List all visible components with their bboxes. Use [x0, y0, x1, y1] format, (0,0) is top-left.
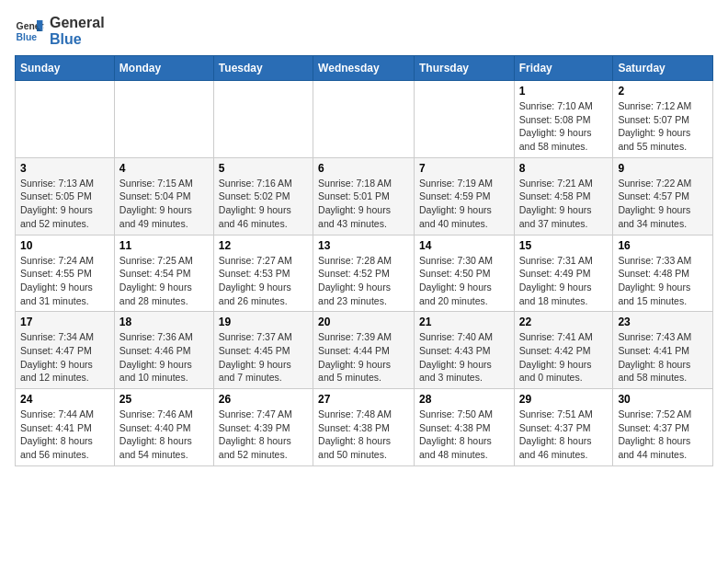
day-number: 5 [219, 162, 308, 175]
calendar-cell [313, 81, 415, 158]
day-number: 16 [618, 239, 708, 252]
day-number: 4 [119, 162, 209, 175]
calendar-cell [213, 81, 313, 158]
column-header-wednesday: Wednesday [313, 56, 415, 81]
calendar-cell: 16Sunrise: 7:33 AM Sunset: 4:48 PM Dayli… [613, 235, 713, 312]
calendar-cell: 14Sunrise: 7:30 AM Sunset: 4:50 PM Dayli… [414, 235, 514, 312]
day-number: 28 [419, 393, 509, 406]
logo-icon: General Blue [15, 17, 44, 46]
calendar-cell: 5Sunrise: 7:16 AM Sunset: 5:02 PM Daylig… [213, 157, 313, 235]
day-info: Sunrise: 7:47 AM Sunset: 4:39 PM Dayligh… [219, 408, 308, 462]
day-number: 8 [519, 162, 609, 175]
day-number: 19 [219, 316, 308, 328]
calendar-cell: 4Sunrise: 7:15 AM Sunset: 5:04 PM Daylig… [114, 157, 213, 235]
calendar-cell: 29Sunrise: 7:51 AM Sunset: 4:37 PM Dayli… [514, 389, 613, 466]
day-number: 12 [219, 239, 308, 252]
column-header-sunday: Sunday [16, 56, 115, 81]
calendar-body: 1Sunrise: 7:10 AM Sunset: 5:08 PM Daylig… [16, 81, 713, 466]
day-number: 30 [618, 393, 708, 406]
day-info: Sunrise: 7:15 AM Sunset: 5:04 PM Dayligh… [119, 177, 209, 231]
calendar-header-row: SundayMondayTuesdayWednesdayThursdayFrid… [16, 56, 713, 81]
calendar-table: SundayMondayTuesdayWednesdayThursdayFrid… [15, 55, 713, 466]
day-number: 24 [20, 393, 109, 406]
day-number: 13 [318, 239, 409, 252]
calendar-cell: 3Sunrise: 7:13 AM Sunset: 5:05 PM Daylig… [16, 157, 115, 235]
calendar-cell: 23Sunrise: 7:43 AM Sunset: 4:41 PM Dayli… [613, 312, 713, 389]
calendar-cell: 1Sunrise: 7:10 AM Sunset: 5:08 PM Daylig… [514, 81, 613, 158]
column-header-thursday: Thursday [414, 56, 514, 81]
logo-text-blue: Blue [50, 31, 105, 48]
day-info: Sunrise: 7:36 AM Sunset: 4:46 PM Dayligh… [119, 330, 209, 385]
svg-text:Blue: Blue [17, 32, 38, 42]
calendar-cell: 9Sunrise: 7:22 AM Sunset: 4:57 PM Daylig… [613, 157, 713, 235]
day-info: Sunrise: 7:46 AM Sunset: 4:40 PM Dayligh… [119, 408, 209, 462]
day-info: Sunrise: 7:51 AM Sunset: 4:37 PM Dayligh… [519, 408, 609, 462]
day-info: Sunrise: 7:18 AM Sunset: 5:01 PM Dayligh… [318, 177, 409, 231]
day-info: Sunrise: 7:52 AM Sunset: 4:37 PM Dayligh… [618, 408, 708, 462]
day-number: 23 [618, 316, 708, 328]
calendar-week-4: 17Sunrise: 7:34 AM Sunset: 4:47 PM Dayli… [16, 312, 713, 389]
day-info: Sunrise: 7:25 AM Sunset: 4:54 PM Dayligh… [119, 254, 209, 308]
day-number: 18 [119, 316, 209, 328]
day-info: Sunrise: 7:28 AM Sunset: 4:52 PM Dayligh… [318, 254, 409, 308]
day-number: 22 [519, 316, 609, 328]
logo-text-general: General [50, 15, 105, 31]
day-number: 21 [419, 316, 509, 328]
calendar-week-3: 10Sunrise: 7:24 AM Sunset: 4:55 PM Dayli… [16, 235, 713, 312]
calendar-cell: 12Sunrise: 7:27 AM Sunset: 4:53 PM Dayli… [213, 235, 313, 312]
day-number: 15 [519, 239, 609, 252]
day-info: Sunrise: 7:27 AM Sunset: 4:53 PM Dayligh… [219, 254, 308, 308]
calendar-cell: 22Sunrise: 7:41 AM Sunset: 4:42 PM Dayli… [514, 312, 613, 389]
day-info: Sunrise: 7:19 AM Sunset: 4:59 PM Dayligh… [419, 177, 509, 231]
calendar-cell: 20Sunrise: 7:39 AM Sunset: 4:44 PM Dayli… [313, 312, 415, 389]
calendar-week-1: 1Sunrise: 7:10 AM Sunset: 5:08 PM Daylig… [16, 81, 713, 158]
calendar-cell: 30Sunrise: 7:52 AM Sunset: 4:37 PM Dayli… [613, 389, 713, 466]
calendar-cell: 7Sunrise: 7:19 AM Sunset: 4:59 PM Daylig… [414, 157, 514, 235]
day-info: Sunrise: 7:40 AM Sunset: 4:43 PM Dayligh… [419, 330, 509, 385]
day-number: 29 [519, 393, 609, 406]
calendar-cell: 21Sunrise: 7:40 AM Sunset: 4:43 PM Dayli… [414, 312, 514, 389]
day-info: Sunrise: 7:39 AM Sunset: 4:44 PM Dayligh… [318, 330, 409, 385]
day-info: Sunrise: 7:12 AM Sunset: 5:07 PM Dayligh… [618, 99, 708, 154]
day-number: 2 [618, 85, 708, 98]
day-info: Sunrise: 7:13 AM Sunset: 5:05 PM Dayligh… [20, 177, 109, 231]
day-number: 6 [318, 162, 409, 175]
day-info: Sunrise: 7:16 AM Sunset: 5:02 PM Dayligh… [219, 177, 308, 231]
day-info: Sunrise: 7:31 AM Sunset: 4:49 PM Dayligh… [519, 254, 609, 308]
day-info: Sunrise: 7:43 AM Sunset: 4:41 PM Dayligh… [618, 330, 708, 385]
calendar-cell: 11Sunrise: 7:25 AM Sunset: 4:54 PM Dayli… [114, 235, 213, 312]
calendar-cell: 6Sunrise: 7:18 AM Sunset: 5:01 PM Daylig… [313, 157, 415, 235]
day-info: Sunrise: 7:33 AM Sunset: 4:48 PM Dayligh… [618, 254, 708, 308]
day-info: Sunrise: 7:22 AM Sunset: 4:57 PM Dayligh… [618, 177, 708, 231]
logo: General Blue General Blue [15, 15, 105, 48]
column-header-monday: Monday [114, 56, 213, 81]
day-info: Sunrise: 7:44 AM Sunset: 4:41 PM Dayligh… [20, 408, 109, 462]
day-number: 20 [318, 316, 409, 328]
calendar-cell: 19Sunrise: 7:37 AM Sunset: 4:45 PM Dayli… [213, 312, 313, 389]
calendar-cell: 8Sunrise: 7:21 AM Sunset: 4:58 PM Daylig… [514, 157, 613, 235]
calendar-cell: 2Sunrise: 7:12 AM Sunset: 5:07 PM Daylig… [613, 81, 713, 158]
calendar-cell: 17Sunrise: 7:34 AM Sunset: 4:47 PM Dayli… [16, 312, 115, 389]
calendar-cell: 25Sunrise: 7:46 AM Sunset: 4:40 PM Dayli… [114, 389, 213, 466]
calendar-cell: 28Sunrise: 7:50 AM Sunset: 4:38 PM Dayli… [414, 389, 514, 466]
day-info: Sunrise: 7:50 AM Sunset: 4:38 PM Dayligh… [419, 408, 509, 462]
day-number: 7 [419, 162, 509, 175]
calendar-cell [16, 81, 115, 158]
calendar-cell: 26Sunrise: 7:47 AM Sunset: 4:39 PM Dayli… [213, 389, 313, 466]
calendar-cell: 24Sunrise: 7:44 AM Sunset: 4:41 PM Dayli… [16, 389, 115, 466]
day-info: Sunrise: 7:10 AM Sunset: 5:08 PM Dayligh… [519, 99, 609, 154]
page-header: General Blue General Blue [15, 15, 713, 48]
calendar-cell [114, 81, 213, 158]
day-info: Sunrise: 7:41 AM Sunset: 4:42 PM Dayligh… [519, 330, 609, 385]
calendar-cell: 13Sunrise: 7:28 AM Sunset: 4:52 PM Dayli… [313, 235, 415, 312]
day-info: Sunrise: 7:21 AM Sunset: 4:58 PM Dayligh… [519, 177, 609, 231]
day-info: Sunrise: 7:30 AM Sunset: 4:50 PM Dayligh… [419, 254, 509, 308]
day-number: 17 [20, 316, 109, 328]
calendar-cell: 27Sunrise: 7:48 AM Sunset: 4:38 PM Dayli… [313, 389, 415, 466]
calendar-week-5: 24Sunrise: 7:44 AM Sunset: 4:41 PM Dayli… [16, 389, 713, 466]
column-header-tuesday: Tuesday [213, 56, 313, 81]
day-info: Sunrise: 7:24 AM Sunset: 4:55 PM Dayligh… [20, 254, 109, 308]
calendar-cell [414, 81, 514, 158]
calendar-cell: 18Sunrise: 7:36 AM Sunset: 4:46 PM Dayli… [114, 312, 213, 389]
calendar-week-2: 3Sunrise: 7:13 AM Sunset: 5:05 PM Daylig… [16, 157, 713, 235]
